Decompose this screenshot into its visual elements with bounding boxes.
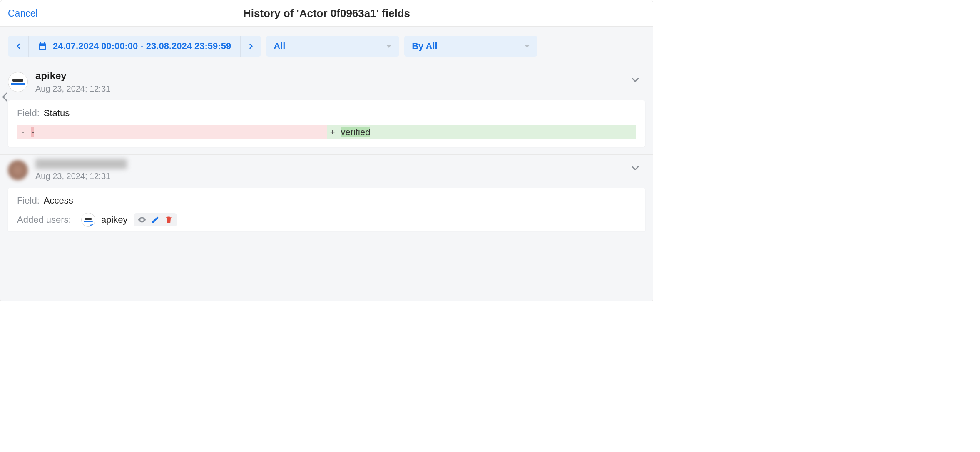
added-user-name: apikey	[101, 214, 128, 225]
date-range-picker[interactable]: 24.07.2024 00:00:00 - 23.08.2024 23:59:5…	[29, 36, 240, 57]
dropdown-caret-icon	[524, 45, 530, 48]
back-handle[interactable]	[0, 89, 11, 107]
chevron-left-icon	[0, 89, 11, 104]
user-name: apikey	[35, 70, 110, 82]
dialog-content: 24.07.2024 00:00:00 - 23.08.2024 23:59:5…	[0, 27, 653, 301]
cancel-button[interactable]: Cancel	[8, 8, 38, 19]
added-users-label: Added users:	[17, 214, 75, 225]
history-entry-header: apikey Aug 23, 2024; 12:31	[0, 66, 653, 96]
svg-rect-3	[44, 42, 45, 45]
user-name-blurred	[35, 159, 127, 169]
user-filter-select[interactable]: By All	[404, 36, 537, 57]
field-filter-select[interactable]: All	[266, 36, 399, 57]
date-range-text: 24.07.2024 00:00:00 - 23.08.2024 23:59:5…	[53, 41, 231, 52]
field-label: Field:	[17, 108, 40, 119]
entry-timestamp: Aug 23, 2024; 12:31	[35, 84, 110, 94]
user-filter-label: By All	[412, 41, 438, 52]
diff-row: - - + verified	[17, 125, 636, 139]
user-avatar	[8, 72, 28, 92]
date-prev-button[interactable]	[8, 36, 29, 57]
user-avatar-small: API	[81, 213, 95, 227]
diff-removed-text: -	[31, 127, 34, 137]
dialog-title: History of 'Actor 0f0963a1' fields	[243, 7, 410, 20]
field-label: Field:	[17, 195, 40, 206]
diff-added: + verified	[327, 125, 637, 139]
user-info: Aug 23, 2024; 12:31	[35, 159, 127, 181]
calendar-icon	[38, 42, 47, 51]
field-row: Field: Status	[17, 108, 636, 119]
chevron-left-icon	[14, 42, 22, 50]
field-name: Access	[44, 195, 73, 206]
history-entry-card: Field: Access Added users: API apikey	[8, 188, 645, 231]
collapse-toggle[interactable]	[629, 74, 641, 88]
history-dialog: Cancel History of 'Actor 0f0963a1' field…	[0, 0, 653, 301]
history-entry-card: Field: Status - - + verified	[8, 100, 645, 147]
svg-rect-4	[40, 46, 45, 49]
added-users-row: Added users: API apikey	[17, 213, 636, 227]
entry-timestamp: Aug 23, 2024; 12:31	[35, 171, 127, 181]
chevron-down-icon	[629, 162, 641, 174]
field-row: Field: Access	[17, 195, 636, 206]
diff-plus-icon: +	[327, 125, 338, 139]
permission-chips	[134, 213, 177, 226]
field-filter-label: All	[274, 41, 285, 52]
diff-minus-icon: -	[17, 125, 29, 139]
dropdown-caret-icon	[386, 45, 392, 48]
filter-bar: 24.07.2024 00:00:00 - 23.08.2024 23:59:5…	[0, 27, 653, 66]
diff-added-text: verified	[341, 127, 371, 137]
chevron-right-icon	[247, 42, 255, 50]
trash-icon	[164, 215, 174, 225]
svg-rect-1	[39, 44, 46, 46]
date-range-group: 24.07.2024 00:00:00 - 23.08.2024 23:59:5…	[8, 36, 261, 57]
diff-removed: - -	[17, 125, 327, 139]
svg-rect-2	[40, 42, 41, 45]
api-avatar-icon	[8, 72, 27, 92]
date-next-button[interactable]	[240, 36, 261, 57]
field-name: Status	[44, 108, 70, 119]
dialog-header: Cancel History of 'Actor 0f0963a1' field…	[0, 0, 653, 27]
pencil-icon	[150, 215, 160, 225]
history-entry-header: Aug 23, 2024; 12:31	[0, 155, 653, 184]
svg-point-5	[141, 219, 143, 221]
chevron-down-icon	[629, 74, 641, 86]
user-avatar-blurred	[8, 160, 28, 180]
eye-icon	[137, 215, 147, 225]
collapse-toggle[interactable]	[629, 162, 641, 176]
user-info: apikey Aug 23, 2024; 12:31	[35, 70, 110, 94]
